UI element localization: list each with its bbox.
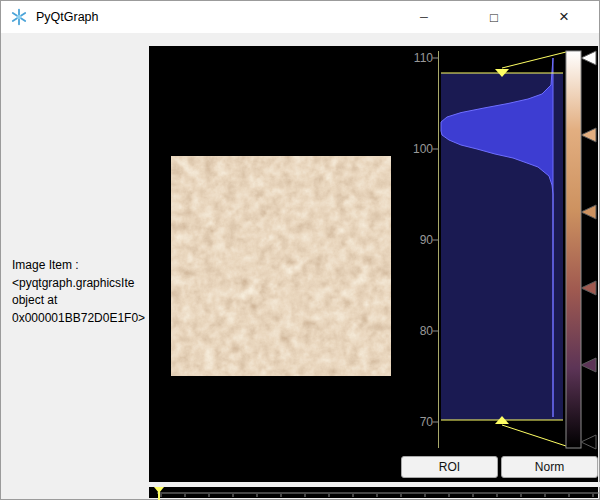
- gradient-tick[interactable]: [581, 281, 596, 295]
- timeline-ticks: [161, 494, 593, 497]
- title-bar[interactable]: PyQtGraph ─ □ ×: [1, 1, 599, 33]
- axis-tick-label: 90: [389, 232, 433, 248]
- app-icon: [10, 8, 28, 26]
- maximize-button[interactable]: □: [459, 1, 529, 33]
- info-panel: Image Item : <pyqtgraph.graphicsIte obje…: [12, 257, 149, 327]
- norm-button[interactable]: Norm: [501, 456, 598, 478]
- image-view-canvas[interactable]: 110 100 90 80 70 ROI Norm: [149, 46, 598, 498]
- info-line: 0x000001BB72D0E1F0>: [12, 310, 149, 328]
- info-line: <pyqtgraph.graphicsIte: [12, 275, 149, 293]
- roi-button[interactable]: ROI: [401, 456, 498, 478]
- gradient-tick[interactable]: [581, 128, 596, 142]
- axis-tick-label: 100: [389, 141, 433, 157]
- gradient-tick[interactable]: [581, 51, 596, 65]
- gradient-tick[interactable]: [581, 435, 596, 449]
- axis-tick-label: 70: [389, 414, 433, 430]
- window-title: PyQtGraph: [36, 10, 99, 24]
- connector-line-top: [502, 52, 566, 68]
- axis-tick-label: 110: [389, 50, 433, 66]
- info-line: object at: [12, 292, 149, 310]
- connector-line-bottom: [502, 425, 566, 446]
- app-window: PyQtGraph ─ □ × Image Item : <pyqtgraph.…: [0, 0, 600, 500]
- axis-tick-label: 80: [389, 323, 433, 339]
- window-controls: ─ □ ×: [389, 1, 599, 33]
- axis-tick-marks: [433, 58, 439, 422]
- timeline[interactable]: [154, 487, 599, 500]
- minimize-button[interactable]: ─: [389, 1, 459, 33]
- timeline-separator: [149, 482, 600, 487]
- info-line: Image Item :: [12, 257, 149, 275]
- gradient-tick[interactable]: [581, 358, 596, 372]
- gradient-tick[interactable]: [581, 205, 596, 219]
- close-button[interactable]: ×: [529, 1, 599, 33]
- gradient-bar[interactable]: [566, 51, 581, 448]
- window-content: Image Item : <pyqtgraph.graphicsIte obje…: [2, 33, 598, 498]
- histogram-scene: [149, 46, 600, 500]
